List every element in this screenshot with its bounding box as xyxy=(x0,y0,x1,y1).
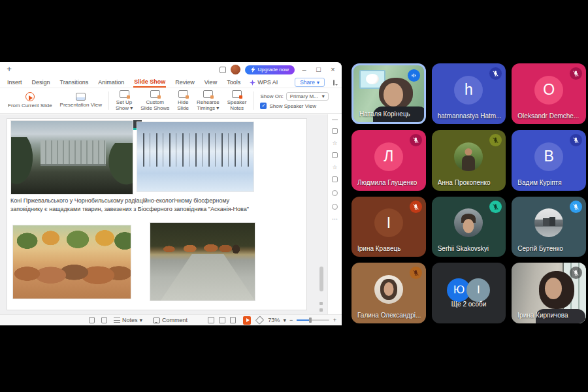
new-document-tab-button[interactable]: + xyxy=(4,65,14,75)
participant-tile[interactable]: Галина Олександрі... xyxy=(351,263,426,323)
fullscreen-icon[interactable] xyxy=(255,316,263,324)
show-speaker-view-checkbox[interactable]: ✓ xyxy=(260,103,267,109)
participant-tile[interactable]: Serhii Skakovskyi xyxy=(432,197,506,257)
zoom-slider-knob[interactable] xyxy=(309,318,312,323)
participant-video xyxy=(545,278,562,299)
participant-name: Ірина Кравець xyxy=(357,245,400,252)
participant-name: Вадим Куріптя xyxy=(517,179,561,186)
photo-pripyat-building[interactable] xyxy=(10,120,133,195)
hide-slide-button[interactable]: HideSlide xyxy=(173,90,193,111)
participant-tile[interactable]: Сергій Бутенко xyxy=(512,197,586,257)
participant-tile[interactable]: Наталя Корінець xyxy=(351,63,426,124)
history-icon[interactable] xyxy=(332,190,338,196)
speaker-notes-icon xyxy=(232,90,242,98)
participant-tile[interactable]: O Oleksandr Demche... xyxy=(512,63,586,124)
premium-icon[interactable]: ☆ xyxy=(332,142,337,144)
zoom-in-button[interactable]: + xyxy=(333,317,336,323)
share-button[interactable]: Share ▾ xyxy=(295,78,325,87)
tab-animation[interactable]: Animation xyxy=(97,78,125,87)
photo-horses-road[interactable] xyxy=(150,222,255,301)
previous-slide-button[interactable] xyxy=(319,302,323,305)
comment-button[interactable]: Comment xyxy=(153,317,188,323)
zoom-caret-icon[interactable]: ▾ xyxy=(283,317,286,323)
tab-view[interactable]: View xyxy=(204,78,218,87)
comment-bubble-icon[interactable] xyxy=(333,80,335,86)
share-panel-icon[interactable] xyxy=(332,152,338,158)
overflow-participants-tile[interactable]: Ю І Ще 2 особи xyxy=(432,263,506,323)
more-tools-icon[interactable]: ⋯ xyxy=(332,218,338,220)
avatar-photo xyxy=(374,275,403,304)
tab-restore-icon[interactable] xyxy=(220,67,226,73)
participant-tile[interactable]: Л Людмила Глущенко xyxy=(351,130,426,191)
vertical-scrollbar[interactable] xyxy=(319,116,323,309)
upgrade-button[interactable]: Upgrade now xyxy=(245,65,295,74)
avatar-photo xyxy=(454,208,483,237)
zoom-out-button[interactable]: − xyxy=(289,317,293,323)
avatar-photo xyxy=(454,142,483,171)
rehearse-timings-button[interactable]: RehearseTimings ▾ xyxy=(193,90,223,111)
presentation-view-button[interactable]: Presentation View xyxy=(56,93,106,108)
participant-tile[interactable]: h hatmannastya Hatm... xyxy=(432,63,506,124)
slide-sorter-icon[interactable] xyxy=(219,317,225,323)
mic-off-icon xyxy=(489,134,502,146)
photo-horses-field[interactable] xyxy=(12,225,131,299)
participant-name: hatmannastya Hatm... xyxy=(438,112,502,120)
avatar: Л xyxy=(374,142,403,171)
wps-ai-button[interactable]: WPS AI xyxy=(250,79,278,86)
zoom-percent[interactable]: 73% xyxy=(268,317,280,323)
speaking-indicator-icon xyxy=(408,69,420,82)
account-avatar[interactable] xyxy=(231,65,240,74)
tab-transitions[interactable]: Transitions xyxy=(59,78,90,87)
more-people-label: Ще 2 особи xyxy=(432,301,506,308)
slide[interactable]: Коні Пржевальського у Чорнобильському ра… xyxy=(7,118,307,310)
help-icon[interactable] xyxy=(332,204,338,210)
hide-slide-icon xyxy=(178,90,188,98)
star-icon[interactable]: ☆ xyxy=(332,166,337,169)
chevron-down-icon: ▾ xyxy=(317,79,319,86)
slide-canvas[interactable]: Коні Пржевальського у Чорнобильському ра… xyxy=(0,114,327,314)
notes-toggle[interactable]: Notes ▾ xyxy=(114,317,142,323)
custom-slide-shows-button[interactable]: CustomSlide Shows xyxy=(137,90,173,111)
tab-review[interactable]: Review xyxy=(174,78,195,87)
participant-tile[interactable]: І Ірина Кравець xyxy=(351,197,426,257)
maximize-button[interactable]: □ xyxy=(314,65,323,74)
set-up-show-button[interactable]: Set UpShow ▾ xyxy=(112,90,137,111)
fit-width-icon[interactable] xyxy=(101,317,107,323)
zoom-slider[interactable] xyxy=(297,319,329,321)
participant-tile[interactable]: В Вадим Куріптя xyxy=(512,130,586,191)
fit-page-icon[interactable] xyxy=(89,317,95,323)
show-on-dropdown[interactable]: Primary M... ▾ xyxy=(286,92,329,101)
tab-insert[interactable]: Insert xyxy=(7,78,23,87)
adjust-icon[interactable] xyxy=(332,176,338,182)
next-slide-button[interactable] xyxy=(319,308,323,312)
from-current-slide-button[interactable]: From Current Slide xyxy=(4,92,56,108)
mic-off-icon xyxy=(489,67,502,80)
speaker-notes-button[interactable]: SpeakerNotes xyxy=(223,90,251,111)
slideshow-play-button[interactable] xyxy=(243,316,250,325)
mic-off-icon xyxy=(410,267,422,279)
slide-caption[interactable]: Коні Пржевальського у Чорнобильському ра… xyxy=(10,197,253,214)
tab-design[interactable]: Design xyxy=(31,78,51,87)
menu-bar: Insert Design Transitions Animation Slid… xyxy=(0,77,342,88)
close-button[interactable]: × xyxy=(328,65,338,74)
photo-winter-forest[interactable] xyxy=(137,122,254,192)
scrollbar-thumb[interactable] xyxy=(319,267,323,291)
reading-view-icon[interactable] xyxy=(230,317,237,323)
resize-icon[interactable] xyxy=(332,128,338,134)
participant-grid: Наталя Корінець h hatmannastya Hatm... O… xyxy=(351,63,586,323)
avatar-photo xyxy=(534,208,563,237)
participant-tile[interactable]: Анна Прокопенко xyxy=(432,130,506,191)
minimize-button[interactable]: – xyxy=(299,65,309,74)
upgrade-label: Upgrade now xyxy=(257,67,289,73)
tab-slide-show[interactable]: Slide Show xyxy=(133,78,166,88)
avatar: O xyxy=(534,76,563,105)
sparkle-icon xyxy=(250,80,255,86)
normal-view-icon[interactable] xyxy=(208,317,214,323)
chevron-down-icon: ▾ xyxy=(139,317,142,323)
participant-name: Ірина Кирпичова xyxy=(517,312,568,319)
tab-tools[interactable]: Tools xyxy=(226,78,241,87)
status-bar: Notes ▾ Comment 73% ▾ − + xyxy=(0,314,342,325)
screen: + Upgrade now – □ × Insert Design Transi… xyxy=(0,0,588,392)
participant-tile[interactable]: Ірина Кирпичова xyxy=(512,263,586,323)
collapse-panel-icon[interactable] xyxy=(332,120,338,120)
